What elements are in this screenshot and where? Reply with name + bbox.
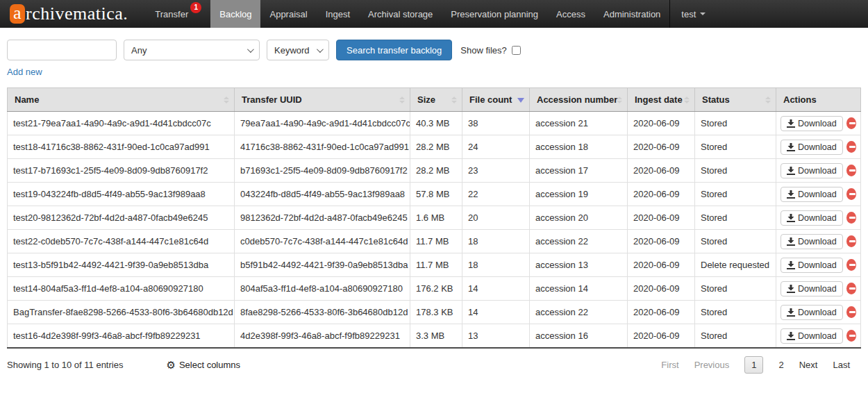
- download-button[interactable]: Download: [781, 187, 843, 202]
- pagination-last[interactable]: Last: [833, 360, 850, 370]
- cell-name: test14-804af5a3-ff1d-4ef8-a104-a80690927…: [8, 277, 235, 301]
- cell-name: test20-9812362d-72bf-4d2d-a487-0facb49e6…: [8, 206, 235, 230]
- cell-accession-number: accession 18: [530, 135, 628, 159]
- remove-icon[interactable]: [846, 235, 856, 247]
- cell-file-count: 38: [462, 112, 530, 135]
- cell-actions: Download: [776, 112, 861, 135]
- cell-file-count: 13: [462, 324, 530, 349]
- nav-preservation-planning[interactable]: Preservation planning: [442, 0, 547, 28]
- table-row: test21-79ea7aa1-4a90-4a9c-a9d1-4d41cbdcc…: [8, 112, 861, 135]
- pagination-next[interactable]: Next: [799, 360, 818, 370]
- cell-file-count: 18: [462, 253, 530, 277]
- select-columns-button[interactable]: ⚙ Select columns: [166, 360, 240, 370]
- add-new-link[interactable]: Add new: [7, 67, 42, 77]
- cell-accession-number: accession 22: [530, 230, 628, 253]
- cell-size: 28.2 MB: [410, 135, 462, 159]
- nav-administration[interactable]: Administration: [594, 0, 669, 28]
- remove-icon[interactable]: [846, 306, 856, 318]
- archivematica-logo[interactable]: archivematica.: [10, 0, 128, 28]
- table-footer: Showing 1 to 10 of 11 entries ⚙ Select c…: [7, 356, 861, 374]
- table-row: BagTransfer-8fae8298-5266-4533-80f6-3b64…: [8, 301, 861, 324]
- remove-icon[interactable]: [846, 117, 856, 129]
- search-transfer-backlog-button[interactable]: Search transfer backlog: [336, 40, 452, 60]
- nav-archival-storage[interactable]: Archival storage: [359, 0, 442, 28]
- table-row: test20-9812362d-72bf-4d2d-a487-0facb49e6…: [8, 206, 861, 230]
- download-icon: [787, 143, 795, 151]
- nav-transfer[interactable]: Transfer 1: [146, 0, 210, 28]
- field-select[interactable]: Any: [124, 40, 260, 60]
- table-row: test13-b5f91b42-4492-4421-9f39-0a9eb8513…: [8, 253, 861, 277]
- showing-entries: Showing 1 to 10 of 11 entries: [7, 360, 123, 370]
- user-menu[interactable]: test: [669, 0, 715, 28]
- sort-icon: [684, 97, 690, 103]
- show-files-control: Show files?: [460, 45, 520, 56]
- remove-icon[interactable]: [846, 165, 856, 176]
- cell-ingest-date: 2020-06-09: [628, 135, 695, 159]
- cell-transfer-uuid: 804af5a3-ff1d-4ef8-a104-a80690927180: [235, 277, 410, 301]
- cell-name: test17-b71693c1-25f5-4e09-8d09-9db876091…: [8, 159, 235, 183]
- download-button[interactable]: Download: [781, 281, 843, 296]
- cell-status: Stored: [695, 206, 776, 230]
- col-header-name[interactable]: Name: [8, 88, 235, 112]
- table-row: test22-c0deb570-7c7c-438f-a144-447c1e81c…: [8, 230, 861, 253]
- cell-transfer-uuid: 4d2e398f-99f3-46a8-abcf-f9fb89229231: [235, 324, 410, 349]
- col-header-ingest-date[interactable]: Ingest date: [628, 88, 695, 112]
- remove-icon[interactable]: [846, 259, 856, 271]
- download-button[interactable]: Download: [781, 234, 843, 249]
- pagination-first[interactable]: First: [661, 360, 678, 370]
- pagination-page-1[interactable]: 1: [744, 356, 763, 374]
- nav-appraisal[interactable]: Appraisal: [260, 0, 316, 28]
- nav-access[interactable]: Access: [547, 0, 594, 28]
- cell-ingest-date: 2020-06-09: [628, 159, 695, 183]
- cell-ingest-date: 2020-06-09: [628, 230, 695, 253]
- cell-actions: Download: [776, 301, 861, 324]
- nav-ingest[interactable]: Ingest: [317, 0, 359, 28]
- cell-ingest-date: 2020-06-09: [628, 277, 695, 301]
- pagination-page-2[interactable]: 2: [778, 360, 783, 370]
- download-button[interactable]: Download: [781, 328, 843, 344]
- col-header-transfer-uuid[interactable]: Transfer UUID: [235, 88, 410, 112]
- col-header-status[interactable]: Status: [695, 88, 776, 112]
- chevron-down-icon: [700, 12, 706, 15]
- remove-icon[interactable]: [846, 188, 856, 200]
- pagination-previous[interactable]: Previous: [694, 360, 730, 370]
- cell-actions: Download: [776, 324, 861, 349]
- cell-name: test13-b5f91b42-4492-4421-9f39-0a9eb8513…: [8, 253, 235, 277]
- cell-size: 28.2 MB: [410, 159, 462, 183]
- cell-ingest-date: 2020-06-09: [628, 112, 695, 135]
- remove-icon[interactable]: [846, 283, 856, 294]
- cell-actions: Download: [776, 206, 861, 230]
- cell-file-count: 20: [462, 206, 530, 230]
- cell-name: test21-79ea7aa1-4a90-4a9c-a9d1-4d41cbdcc…: [8, 112, 235, 135]
- cell-size: 1.6 MB: [410, 206, 462, 230]
- remove-icon[interactable]: [846, 141, 856, 153]
- download-button[interactable]: Download: [781, 210, 843, 226]
- cell-size: 57.8 MB: [410, 183, 462, 206]
- cell-size: 11.7 MB: [410, 230, 462, 253]
- download-button[interactable]: Download: [781, 116, 843, 131]
- nav-backlog[interactable]: Backlog: [210, 0, 260, 28]
- cell-status: Delete requested: [695, 253, 776, 277]
- sort-icon: [765, 97, 771, 103]
- cell-file-count: 22: [462, 183, 530, 206]
- show-files-checkbox[interactable]: [512, 46, 521, 55]
- download-button[interactable]: Download: [781, 163, 843, 178]
- remove-icon[interactable]: [846, 330, 856, 342]
- download-icon: [787, 237, 795, 246]
- remove-icon[interactable]: [846, 212, 856, 224]
- cell-transfer-uuid: 41716c38-8862-431f-90ed-1c0ca97ad991: [235, 135, 410, 159]
- download-icon: [787, 119, 795, 128]
- download-button[interactable]: Download: [781, 140, 843, 155]
- search-input[interactable]: [7, 40, 117, 60]
- download-button[interactable]: Download: [781, 258, 843, 273]
- col-header-file-count[interactable]: File count: [462, 88, 530, 112]
- download-icon: [787, 308, 795, 317]
- cell-status: Stored: [695, 112, 776, 135]
- query-type-select[interactable]: Keyword: [267, 40, 329, 60]
- cell-ingest-date: 2020-06-09: [628, 206, 695, 230]
- download-button[interactable]: Download: [781, 305, 843, 320]
- col-header-size[interactable]: Size: [410, 88, 462, 112]
- table-row: test14-804af5a3-ff1d-4ef8-a104-a80690927…: [8, 277, 861, 301]
- col-header-accession-number[interactable]: Accession number: [530, 88, 628, 112]
- cell-accession-number: accession 19: [530, 183, 628, 206]
